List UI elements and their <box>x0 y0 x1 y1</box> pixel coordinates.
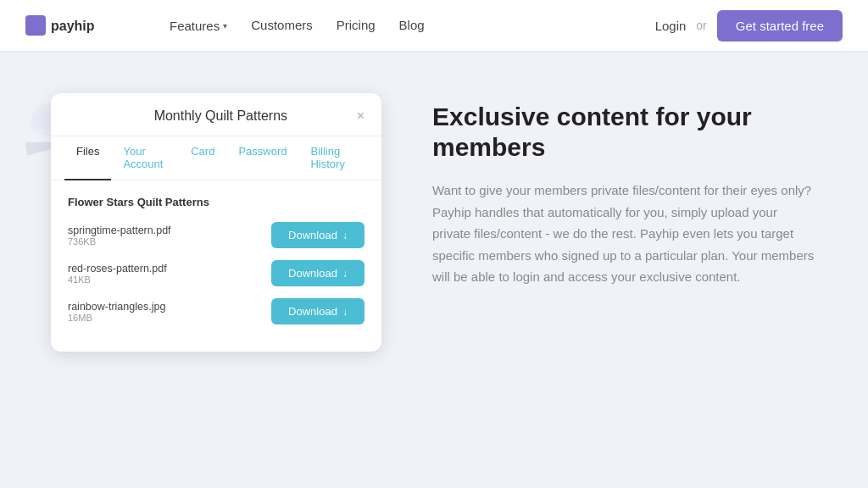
tab-card[interactable]: Card <box>179 136 226 180</box>
modal-card: Monthly Quilt Patterns × Files Your Acco… <box>51 93 381 352</box>
svg-rect-0 <box>25 15 46 36</box>
file-row-1: springtime-pattern.pdf 736KB Download ↓ <box>68 222 364 248</box>
pricing-nav-item[interactable]: Pricing <box>337 18 376 32</box>
tab-password[interactable]: Password <box>226 136 298 180</box>
file-size-1: 736KB <box>68 236 171 247</box>
download-button-1[interactable]: Download ↓ <box>271 222 364 248</box>
modal-title: Monthly Quilt Patterns <box>85 108 357 124</box>
download-label-2: Download <box>288 267 337 280</box>
modal-header: Monthly Quilt Patterns × <box>51 93 381 136</box>
navbar-right: Login or Get started free <box>655 10 843 42</box>
navbar-left: payhip Features ▾ Customers Pricing Blog <box>25 14 425 37</box>
download-icon-1: ↓ <box>342 230 348 241</box>
tab-files[interactable]: Files <box>64 136 111 180</box>
modal-close-button[interactable]: × <box>357 108 364 124</box>
or-text: or <box>696 19 706 32</box>
main-content: Monthly Quilt Patterns × Files Your Acco… <box>0 51 868 385</box>
features-nav-item[interactable]: Features ▾ <box>170 19 227 33</box>
download-button-3[interactable]: Download ↓ <box>271 298 364 324</box>
file-row-3: rainbow-triangles.jpg 16MB Download ↓ <box>68 298 364 324</box>
get-started-button[interactable]: Get started free <box>717 10 843 42</box>
file-size-3: 16MB <box>68 313 165 323</box>
file-row-2: red-roses-pattern.pdf 41KB Download ↓ <box>68 260 364 286</box>
download-label-3: Download <box>288 305 337 318</box>
file-size-2: 41KB <box>68 274 167 285</box>
chevron-down-icon: ▾ <box>223 21 227 30</box>
download-icon-3: ↓ <box>342 306 348 318</box>
modal-tabs: Files Your Account Card Password Billing… <box>51 136 381 180</box>
download-button-2[interactable]: Download ↓ <box>271 260 364 286</box>
tab-billing-history[interactable]: Billing History <box>298 136 368 180</box>
navbar: payhip Features ▾ Customers Pricing Blog… <box>0 0 868 51</box>
tab-your-account[interactable]: Your Account <box>111 136 179 180</box>
svg-text:payhip: payhip <box>51 19 95 33</box>
nav-links: Features ▾ Customers Pricing Blog <box>170 18 425 33</box>
file-name-1: springtime-pattern.pdf <box>68 225 171 236</box>
logo: payhip <box>25 14 102 37</box>
download-label-1: Download <box>288 229 337 241</box>
login-link[interactable]: Login <box>655 19 687 33</box>
download-icon-2: ↓ <box>342 268 348 280</box>
file-info-1: springtime-pattern.pdf 736KB <box>68 225 171 247</box>
right-content: Exclusive content for your members Want … <box>432 85 817 288</box>
modal-body: Flower Stars Quilt Patterns springtime-p… <box>51 180 381 352</box>
file-info-2: red-roses-pattern.pdf 41KB <box>68 263 167 285</box>
file-info-3: rainbow-triangles.jpg 16MB <box>68 301 165 323</box>
features-label: Features <box>170 19 220 33</box>
hero-title: Exclusive content for your members <box>432 102 817 163</box>
blog-nav-item[interactable]: Blog <box>399 18 425 32</box>
file-name-3: rainbow-triangles.jpg <box>68 301 165 313</box>
customers-nav-item[interactable]: Customers <box>251 18 313 32</box>
file-name-2: red-roses-pattern.pdf <box>68 263 167 274</box>
hero-description: Want to give your members private files/… <box>432 180 817 288</box>
section-title: Flower Stars Quilt Patterns <box>68 196 364 208</box>
